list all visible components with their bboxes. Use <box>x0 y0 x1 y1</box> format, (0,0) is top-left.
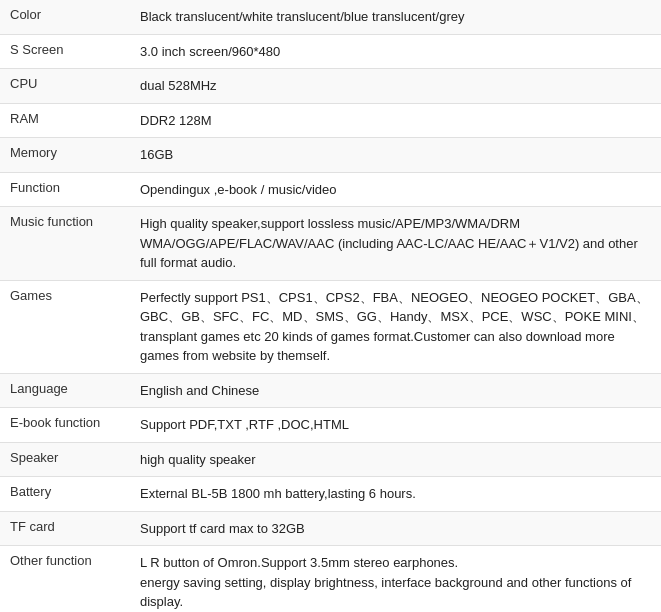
table-row: FunctionOpendingux ,e-book / music/video <box>0 172 661 207</box>
spec-label: Speaker <box>0 442 130 477</box>
spec-value: 3.0 inch screen/960*480 <box>130 34 661 69</box>
spec-value: 16GB <box>130 138 661 173</box>
spec-label: TF card <box>0 511 130 546</box>
spec-label: Games <box>0 280 130 373</box>
table-row: LanguageEnglish and Chinese <box>0 373 661 408</box>
spec-value: L R button of Omron.Support 3.5mm stereo… <box>130 546 661 613</box>
spec-value: English and Chinese <box>130 373 661 408</box>
spec-label: CPU <box>0 69 130 104</box>
spec-label: Other function <box>0 546 130 613</box>
spec-label: Memory <box>0 138 130 173</box>
spec-label: S Screen <box>0 34 130 69</box>
spec-label: Function <box>0 172 130 207</box>
table-row: BatteryExternal BL-5B 1800 mh battery,la… <box>0 477 661 512</box>
table-row: Other function L R button of Omron.Suppo… <box>0 546 661 613</box>
table-row: Memory16GB <box>0 138 661 173</box>
table-row: Speakerhigh quality speaker <box>0 442 661 477</box>
spec-value: Black translucent/white translucent/blue… <box>130 0 661 34</box>
table-row: Music functionHigh quality speaker,suppo… <box>0 207 661 281</box>
spec-label: Language <box>0 373 130 408</box>
table-row: E-book functionSupport PDF,TXT ,RTF ,DOC… <box>0 408 661 443</box>
spec-label: RAM <box>0 103 130 138</box>
spec-value: DDR2 128M <box>130 103 661 138</box>
spec-value: Support tf card max to 32GB <box>130 511 661 546</box>
spec-value: dual 528MHz <box>130 69 661 104</box>
spec-label: Color <box>0 0 130 34</box>
table-row: TF cardSupport tf card max to 32GB <box>0 511 661 546</box>
table-row: ColorBlack translucent/white translucent… <box>0 0 661 34</box>
spec-label: E-book function <box>0 408 130 443</box>
table-row: RAMDDR2 128M <box>0 103 661 138</box>
spec-value: Support PDF,TXT ,RTF ,DOC,HTML <box>130 408 661 443</box>
spec-value: Perfectly support PS1、CPS1、CPS2、FBA、NEOG… <box>130 280 661 373</box>
spec-table: ColorBlack translucent/white translucent… <box>0 0 661 612</box>
spec-label: Music function <box>0 207 130 281</box>
table-row: GamesPerfectly support PS1、CPS1、CPS2、FBA… <box>0 280 661 373</box>
table-row: CPUdual 528MHz <box>0 69 661 104</box>
spec-value: High quality speaker,support lossless mu… <box>130 207 661 281</box>
table-row: S Screen3.0 inch screen/960*480 <box>0 34 661 69</box>
spec-value: Opendingux ,e-book / music/video <box>130 172 661 207</box>
spec-label: Battery <box>0 477 130 512</box>
spec-value: high quality speaker <box>130 442 661 477</box>
spec-value: External BL-5B 1800 mh battery,lasting 6… <box>130 477 661 512</box>
